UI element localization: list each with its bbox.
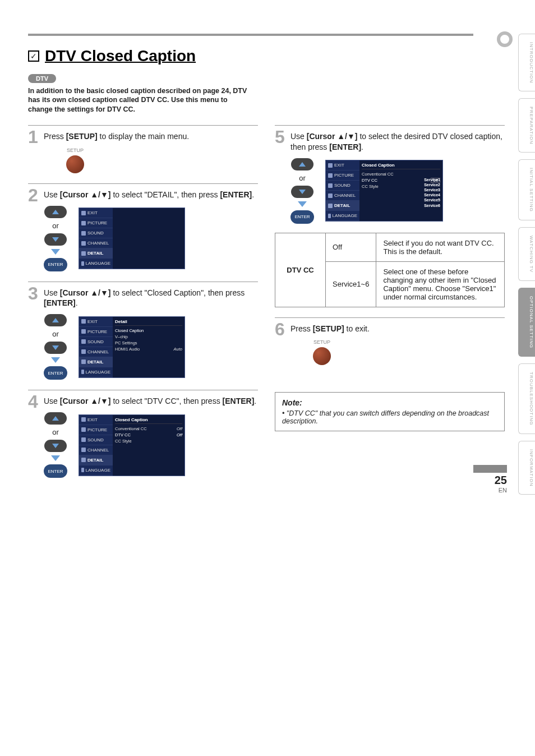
osd-tab-sound: SOUND — [326, 181, 359, 191]
service-opt: Service4 — [424, 192, 440, 197]
t: to exit. — [344, 324, 370, 333]
cursor-up-icon — [291, 158, 313, 170]
osd-tab-picture: PICTURE — [79, 218, 113, 228]
right-column: 5 Use [Cursor ▲/▼] to select the desired… — [275, 125, 505, 488]
page: ✓ DTV Closed Caption DTV In addition to … — [0, 0, 535, 510]
note-title: Note: — [282, 398, 497, 407]
side-tab-optional-setting[interactable]: OPTIONAL SETTING — [518, 288, 535, 357]
table-row: DTV CC Off Select if you do not want DTV… — [275, 233, 505, 261]
osd-tab-sound: SOUND — [79, 228, 113, 238]
osd-tab-picture: PICTURE — [79, 425, 113, 435]
cursor-up-icon — [44, 314, 67, 326]
step-5: 5 Use [Cursor ▲/▼] to select the desired… — [275, 125, 505, 317]
osd-tab-detail: DETAIL — [79, 248, 113, 259]
table-header: DTV CC — [275, 233, 326, 307]
step-number: 5 — [275, 128, 285, 146]
step-6-visual: SETUP — [290, 339, 505, 365]
osd-tab-language: LANGUAGE — [326, 211, 359, 221]
side-tab-watching-tv[interactable]: WATCHING TV — [518, 227, 535, 281]
cursor-down-icon — [44, 342, 67, 354]
t: [Cursor ▲/▼] — [60, 397, 111, 405]
osd-tab-picture: PICTURE — [326, 170, 359, 181]
setup-button-icon — [313, 347, 331, 365]
t: . — [76, 298, 78, 307]
page-lang: EN — [473, 487, 507, 494]
setup-label: SETUP — [66, 147, 84, 153]
osd-tab-sound: SOUND — [79, 337, 113, 347]
osd-tab-channel: CHANNEL — [79, 238, 113, 248]
service-opt: Service3 — [424, 187, 440, 192]
step-6-text: Press [SETUP] to exit. — [290, 324, 505, 334]
osd-item: DTV CCOff — [115, 432, 182, 438]
text: to display the main menu. — [98, 132, 189, 141]
enter-button-icon: ENTER — [44, 464, 67, 478]
step-5-visual: or ENTER EXIT PICTURE SOUND CHANNEL DETA… — [290, 158, 505, 224]
service-opt: Service6 — [424, 203, 440, 208]
step-2-text: Use [Cursor ▲/▼] to select "DETAIL", the… — [44, 190, 258, 200]
osd-tab-picture: PICTURE — [79, 327, 113, 337]
osd-tab-exit: EXIT — [326, 160, 359, 170]
osd-item: Closed Caption — [115, 328, 182, 334]
step-3-text: Use [Cursor ▲/▼] to select "Closed Capti… — [44, 288, 258, 309]
step-1-text: Press [SETUP] to display the main menu. — [44, 131, 258, 142]
step-3-visual: or ENTER EXIT PICTURE SOUND CHANNEL DETA… — [44, 314, 258, 380]
side-tab-initial-setting[interactable]: INITIAL SETTING — [518, 159, 535, 220]
osd-tab-language: LANGUAGE — [79, 367, 113, 377]
osd-step5: EXIT PICTURE SOUND CHANNEL DETAIL LANGUA… — [325, 160, 443, 222]
step-4: 4 Use [Cursor ▲/▼] to select "DTV CC", t… — [28, 390, 258, 488]
remote-cursor-stack: or ENTER — [44, 412, 67, 478]
t: to select "Closed Caption", then press — [111, 288, 245, 297]
step-number: 1 — [28, 128, 38, 146]
option-name: Service1~6 — [326, 261, 376, 307]
chevron-down-icon — [298, 201, 307, 207]
page-bar — [473, 465, 507, 473]
side-tab-troubleshooting[interactable]: TROUBLESHOOTING — [518, 363, 535, 434]
step-number: 3 — [28, 284, 38, 302]
enter-button-icon: ENTER — [290, 210, 314, 224]
side-tab-information[interactable]: INFORMATION — [518, 441, 535, 495]
osd-item: Conventional CC — [362, 171, 440, 177]
remote-cursor-stack: or ENTER — [290, 158, 314, 224]
service-list: Service1 Service2 Service3 Service4 Serv… — [424, 177, 440, 208]
t: [ENTER] — [329, 142, 361, 151]
or-text: or — [52, 428, 59, 436]
osd-tab-exit: EXIT — [79, 415, 113, 425]
cursor-down-icon — [44, 233, 67, 246]
or-text: or — [299, 174, 306, 182]
t: Use — [44, 288, 60, 297]
osd-tab-exit: EXIT — [79, 208, 113, 218]
step-2: 2 Use [Cursor ▲/▼] to select "DETAIL", t… — [28, 183, 258, 282]
step-number: 6 — [275, 320, 285, 338]
osd-tab-language: LANGUAGE — [79, 259, 113, 269]
cursor-up-icon — [44, 206, 67, 218]
or-text: or — [52, 222, 59, 230]
t: [ENTER] — [44, 298, 76, 307]
osd-tab-channel: CHANNEL — [326, 191, 359, 201]
osd-item: CC Style — [115, 438, 182, 444]
enter-button-icon: ENTER — [44, 366, 67, 380]
side-tab-introduction[interactable]: INTRODUCTION — [518, 34, 535, 91]
left-column: 1 Press [SETUP] to display the main menu… — [28, 125, 258, 488]
side-tab-preparation[interactable]: PREPARATION — [518, 98, 535, 153]
checkbox-icon: ✓ — [28, 50, 39, 62]
t: . — [252, 190, 254, 199]
t: [ENTER] — [220, 190, 252, 199]
cursor-down-icon — [291, 186, 313, 198]
service-opt: Service2 — [424, 182, 440, 187]
osd-tab-sound: SOUND — [79, 435, 113, 445]
chevron-down-icon — [51, 455, 60, 461]
or-text: or — [52, 330, 59, 338]
t: [ENTER] — [223, 397, 255, 405]
osd-tab-language: LANGUAGE — [79, 465, 113, 476]
t: [Cursor ▲/▼] — [60, 190, 111, 199]
page-number: 25 — [473, 474, 507, 487]
chevron-down-icon — [51, 357, 60, 363]
step-3: 3 Use [Cursor ▲/▼] to select "Closed Cap… — [28, 282, 258, 390]
service-opt: Service1 — [424, 177, 440, 182]
step-4-visual: or ENTER EXIT PICTURE SOUND CHANNEL DETA… — [44, 412, 258, 478]
remote-cursor-stack: or ENTER — [44, 314, 67, 380]
t: . — [254, 397, 256, 405]
t: [SETUP] — [313, 324, 344, 333]
cursor-down-icon — [44, 440, 67, 452]
step-1: 1 Press [SETUP] to display the main menu… — [28, 125, 258, 183]
